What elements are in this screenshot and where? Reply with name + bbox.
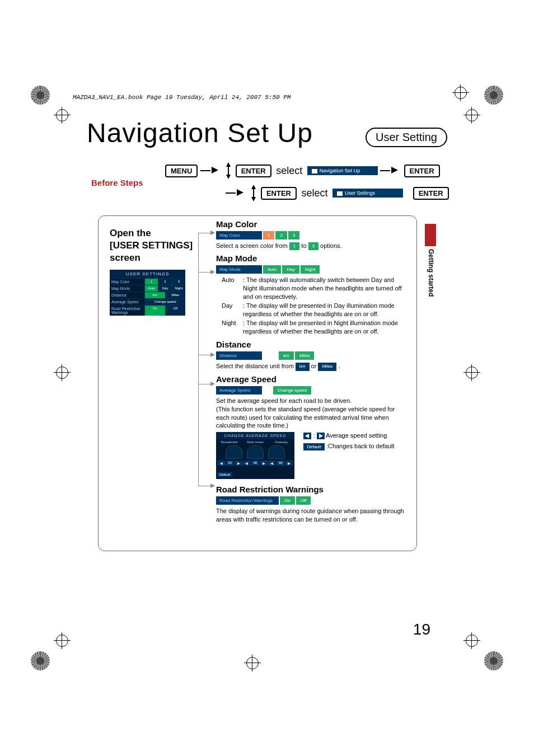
chip-label: Map Mode	[216, 265, 262, 274]
map-color-body: Select a screen color from 1 to 3 option…	[216, 242, 406, 250]
right-button[interactable]: ▶	[235, 461, 242, 466]
text: to	[301, 242, 308, 249]
map-mode-option[interactable]: Night	[301, 265, 320, 274]
default-button[interactable]: Default	[217, 472, 232, 477]
screenshot-row-label: Distance	[110, 292, 144, 298]
rrw-option[interactable]: On	[280, 496, 295, 505]
distance-bar: Distance km Miles	[216, 351, 406, 360]
crop-mark-icon	[56, 635, 68, 647]
screenshot-row: Average SpeedChange speed	[110, 298, 185, 305]
screenshot-row: Map ModeAutoDayNight	[110, 285, 185, 292]
page-number: 19	[413, 621, 430, 638]
right-column: Map Color Map Color 1 2 3 Select a scree…	[216, 216, 406, 526]
distance-body: Select the distance unit from km or Mile…	[216, 362, 406, 370]
avg-speed-row: CHANGE AVERAGE SPEED Residential Main st…	[216, 432, 406, 479]
screenshot-option: Night	[172, 285, 185, 292]
registration-mark-icon	[484, 651, 503, 670]
section-road-restriction: Road Restriction Warnings	[216, 485, 406, 494]
avg-val: 20	[226, 461, 234, 466]
open-title-line: [USER SETTINGS]	[110, 240, 199, 252]
screenshot-option: 3	[172, 279, 185, 285]
menu-button[interactable]: MENU	[165, 165, 198, 177]
inline-chip: 3	[308, 242, 318, 251]
rrw-option[interactable]: Off	[296, 496, 311, 505]
arrow-icon	[380, 170, 390, 171]
enter-button[interactable]: ENTER	[413, 187, 449, 200]
step-row-2: ENTER select User Settings ENTER	[226, 185, 449, 201]
title-area: Navigation Set Up User Setting	[87, 118, 447, 148]
screenshot-header: USER SETTINGS	[110, 270, 185, 278]
map-color-bar: Map Color 1 2 3	[216, 231, 406, 240]
open-title-line: screen	[110, 252, 199, 264]
open-title: Open the [USER SETTINGS] screen	[110, 227, 199, 264]
right-button[interactable]: ▶	[260, 461, 268, 466]
screenshot-row-label: Map Color	[110, 279, 144, 285]
rrw-body: The display of warnings during route gui…	[216, 507, 406, 524]
person-icon	[337, 191, 343, 196]
screenshot-option: km	[144, 292, 165, 298]
page-title: Navigation Set Up	[87, 118, 313, 148]
wrench-icon	[312, 169, 317, 173]
screenshot-option: Miles	[165, 292, 186, 298]
avg-col-label: Freeway	[268, 439, 294, 445]
left-button[interactable]: ◀	[268, 461, 275, 466]
enter-button[interactable]: ENTER	[261, 187, 297, 200]
text: Select the distance unit from	[216, 363, 296, 369]
distance-option[interactable]: Miles	[295, 351, 315, 360]
side-tab-label: Getting started	[427, 249, 435, 297]
user-settings-screenshot: USER SETTINGS Map Color123Map ModeAutoDa…	[110, 270, 185, 316]
select-label: select	[301, 187, 327, 199]
screenshot-row: Map Color123	[110, 278, 185, 285]
map-color-option[interactable]: 3	[288, 231, 299, 240]
chip-label: Distance	[216, 351, 262, 360]
chip-label: Map Color	[216, 231, 262, 240]
mode-desc: : The display will be presented in Day i…	[243, 302, 406, 318]
map-mode-option[interactable]: Day	[282, 265, 299, 274]
text: Select a screen color from	[216, 242, 289, 249]
map-color-option[interactable]: 1	[263, 231, 274, 240]
crop-mark-icon	[466, 635, 478, 647]
step-row-1: MENU ENTER select Navigation Set Up ENTE…	[165, 162, 449, 179]
left-button[interactable]: ◀	[243, 461, 250, 466]
distance-option[interactable]: km	[279, 351, 294, 360]
change-speed-button[interactable]: Change speed	[273, 386, 311, 395]
arrow-icon	[200, 170, 210, 171]
rrw-bar: Road Restriction Warnings On Off	[216, 496, 406, 505]
triangle-right-icon	[317, 433, 325, 439]
mode-key: Auto	[222, 276, 243, 301]
screenshot-option: Change speed	[144, 299, 185, 305]
enter-button[interactable]: ENTER	[404, 165, 440, 177]
select-label: select	[276, 165, 302, 176]
screenshot-option: On	[144, 306, 165, 316]
mode-desc: : The display will be presented in Night…	[243, 319, 406, 336]
nav-chip-label: Navigation Set Up	[320, 168, 360, 173]
avg-val: 60	[277, 461, 285, 466]
user-settings-chip[interactable]: User Settings	[332, 189, 403, 198]
screenshot-row-label: Average Speed	[110, 299, 144, 305]
text: or	[311, 363, 318, 369]
nav-chip-label: User Settings	[345, 190, 375, 196]
screenshot-row: DistancekmMiles	[110, 292, 185, 298]
nav-setup-chip[interactable]: Navigation Set Up	[307, 166, 378, 175]
avg-col-label: Main street	[242, 439, 269, 445]
arrow-right-icon	[391, 166, 398, 176]
enter-button[interactable]: ENTER	[236, 165, 271, 177]
left-button[interactable]: ◀	[218, 461, 225, 466]
default-chip: Default	[303, 443, 324, 450]
content-box: Open the [USER SETTINGS] screen USER SET…	[98, 215, 417, 551]
text: options.	[320, 242, 342, 249]
avg-side-notes: : Average speed setting Default :Changes…	[303, 432, 394, 450]
screenshot-row: Road Restriction WarningsOnOff	[110, 305, 185, 316]
registration-mark-icon	[484, 86, 503, 105]
map-color-option[interactable]: 2	[275, 231, 287, 240]
steps-diagram: MENU ENTER select Navigation Set Up ENTE…	[165, 162, 449, 207]
print-header: MAZDA3_NAV1_EA.book Page 19 Tuesday, Apr…	[73, 94, 291, 101]
left-column: Open the [USER SETTINGS] screen USER SET…	[110, 227, 199, 316]
right-button[interactable]: ▶	[285, 461, 293, 466]
screenshot-row-label: Road Restriction Warnings	[110, 306, 144, 316]
side-tab-marker	[425, 224, 436, 246]
inline-chip: 1	[289, 242, 299, 251]
inline-chip: km	[296, 363, 310, 371]
triangle-left-icon	[303, 433, 311, 439]
map-mode-option[interactable]: Auto	[263, 265, 281, 274]
